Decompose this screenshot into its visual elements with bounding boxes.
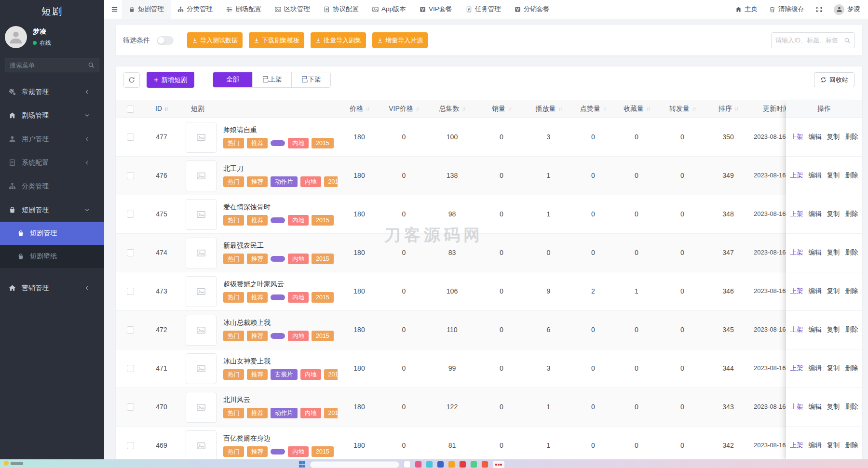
sidebar-item-6[interactable]: 营销管理 xyxy=(0,276,104,300)
import-button-0[interactable]: 导入测试数据 xyxy=(187,32,243,48)
sort-icon[interactable]: ↓↑ xyxy=(603,106,606,112)
taskbar-app[interactable] xyxy=(437,461,444,468)
publish-link[interactable]: 上架 xyxy=(790,403,803,411)
sort-icon[interactable]: ↓↑ xyxy=(508,106,511,112)
status-tab-2[interactable]: 已下架 xyxy=(291,72,330,87)
delete-link[interactable]: 删除 xyxy=(845,441,858,450)
sidebar-item-5[interactable]: 短剧管理 xyxy=(0,198,104,222)
delete-link[interactable]: 删除 xyxy=(845,210,858,218)
publish-link[interactable]: 上架 xyxy=(790,326,803,334)
filter-toggle[interactable] xyxy=(157,36,174,45)
delete-link[interactable]: 删除 xyxy=(845,172,858,180)
edit-link[interactable]: 编辑 xyxy=(809,287,822,295)
menu-search-input[interactable] xyxy=(10,62,88,69)
copy-link[interactable]: 复制 xyxy=(827,287,840,295)
nav-fullscreen[interactable] xyxy=(816,6,822,13)
sort-icon[interactable]: ↓↑ xyxy=(164,106,168,112)
copy-link[interactable]: 复制 xyxy=(827,364,840,373)
refresh-button[interactable] xyxy=(123,72,140,88)
row-checkbox[interactable] xyxy=(127,134,134,141)
sidebar-item-3[interactable]: 系统配置 xyxy=(0,151,104,174)
taskbar-search[interactable] xyxy=(310,461,399,468)
taskbar-app[interactable] xyxy=(426,461,433,468)
publish-link[interactable]: 上架 xyxy=(790,441,803,450)
delete-link[interactable]: 删除 xyxy=(845,403,858,411)
nav-tab-7[interactable]: 任务管理 xyxy=(459,0,508,19)
row-checkbox[interactable] xyxy=(127,365,134,372)
edit-link[interactable]: 编辑 xyxy=(809,403,822,411)
nav-tab-3[interactable]: 区块管理 xyxy=(268,0,317,19)
hamburger-icon[interactable] xyxy=(111,6,118,13)
start-button[interactable] xyxy=(299,461,305,468)
nav-tab-2[interactable]: 剧场配置 xyxy=(219,0,268,19)
delete-link[interactable]: 删除 xyxy=(845,287,858,295)
taskbar-app-active[interactable] xyxy=(493,461,504,468)
sidebar-subitem-1[interactable]: 短剧壁纸 xyxy=(0,245,104,268)
edit-link[interactable]: 编辑 xyxy=(809,326,822,334)
sort-icon[interactable]: ↓↑ xyxy=(366,106,369,112)
copy-link[interactable]: 复制 xyxy=(827,210,840,218)
nav-tab-1[interactable]: 分类管理 xyxy=(171,0,219,19)
publish-link[interactable]: 上架 xyxy=(790,249,803,257)
sidebar-item-2[interactable]: 用户管理 xyxy=(0,127,104,151)
status-tab-1[interactable]: 已上架 xyxy=(252,72,291,87)
recycle-bin-button[interactable]: 回收站 xyxy=(814,72,854,87)
publish-link[interactable]: 上架 xyxy=(790,133,803,141)
row-checkbox[interactable] xyxy=(127,211,134,218)
status-tab-0[interactable]: 全部 xyxy=(213,72,252,87)
nav-tab-4[interactable]: 协议配置 xyxy=(317,0,366,19)
sidebar-subitem-0[interactable]: 短剧管理 xyxy=(0,222,104,245)
row-checkbox[interactable] xyxy=(127,288,134,295)
sidebar-item-0[interactable]: 常规管理 xyxy=(0,80,104,104)
copy-link[interactable]: 复制 xyxy=(827,441,840,450)
nav-clear-cache[interactable]: 清除缓存 xyxy=(769,5,804,13)
delete-link[interactable]: 删除 xyxy=(845,364,858,373)
copy-link[interactable]: 复制 xyxy=(827,403,840,411)
copy-link[interactable]: 复制 xyxy=(827,249,840,257)
nav-tab-5[interactable]: App版本 xyxy=(366,0,413,19)
publish-link[interactable]: 上架 xyxy=(790,287,803,295)
row-checkbox[interactable] xyxy=(127,172,134,179)
sort-icon[interactable]: ↓↑ xyxy=(734,106,738,112)
taskbar-app[interactable] xyxy=(415,461,421,468)
sort-icon[interactable]: ↓↑ xyxy=(558,106,562,112)
sort-icon[interactable]: ↓↑ xyxy=(416,106,419,112)
sort-icon[interactable]: ↓↑ xyxy=(646,106,650,112)
sort-icon[interactable]: ↓↑ xyxy=(692,106,695,112)
add-drama-button[interactable]: + 新增短剧 xyxy=(147,72,194,88)
edit-link[interactable]: 编辑 xyxy=(809,249,822,257)
publish-link[interactable]: 上架 xyxy=(790,210,803,218)
select-all-checkbox[interactable] xyxy=(127,106,134,113)
sidebar-item-1[interactable]: 剧场管理 xyxy=(0,104,104,127)
import-button-3[interactable]: 增量导入片源 xyxy=(372,32,428,48)
sort-icon[interactable]: ↓↑ xyxy=(462,106,465,112)
weather-widget[interactable] xyxy=(4,461,23,466)
taskbar-app[interactable] xyxy=(460,461,466,468)
taskbar-app[interactable] xyxy=(448,461,455,468)
import-button-1[interactable]: 下载剧集模板 xyxy=(249,32,304,48)
delete-link[interactable]: 删除 xyxy=(845,133,858,141)
search-icon[interactable] xyxy=(844,37,851,44)
nav-home[interactable]: 主页 xyxy=(735,5,758,13)
taskbar-app[interactable] xyxy=(471,461,477,468)
nav-tab-8[interactable]: 分销套餐 xyxy=(508,0,556,19)
copy-link[interactable]: 复制 xyxy=(827,133,840,141)
copy-link[interactable]: 复制 xyxy=(827,326,840,334)
publish-link[interactable]: 上架 xyxy=(790,364,803,373)
nav-user[interactable]: 梦凌 xyxy=(834,4,860,15)
delete-link[interactable]: 删除 xyxy=(845,326,858,334)
taskbar-app[interactable] xyxy=(482,461,488,468)
taskbar-app[interactable] xyxy=(404,461,410,468)
edit-link[interactable]: 编辑 xyxy=(809,364,822,373)
import-button-2[interactable]: 批量导入剧集 xyxy=(311,32,366,48)
nav-tab-6[interactable]: VIP套餐 xyxy=(413,0,459,19)
publish-link[interactable]: 上架 xyxy=(790,172,803,180)
edit-link[interactable]: 编辑 xyxy=(809,441,822,450)
delete-link[interactable]: 删除 xyxy=(845,249,858,257)
edit-link[interactable]: 编辑 xyxy=(809,210,822,218)
nav-tab-0[interactable]: 短剧管理 xyxy=(122,0,171,19)
row-checkbox[interactable] xyxy=(127,442,134,449)
row-checkbox[interactable] xyxy=(127,403,134,411)
copy-link[interactable]: 复制 xyxy=(827,172,840,180)
row-checkbox[interactable] xyxy=(127,249,134,256)
